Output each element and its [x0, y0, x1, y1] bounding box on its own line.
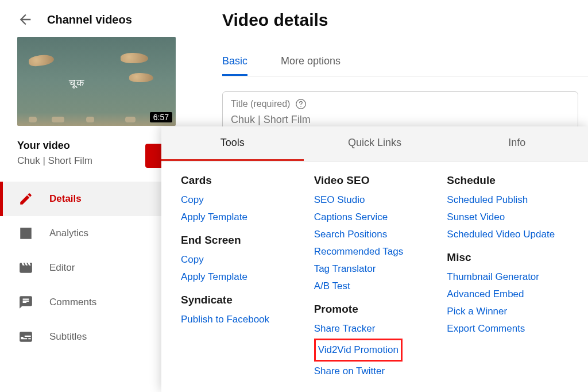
- page-title: Video details: [222, 0, 588, 30]
- sidebar-item-label: Analytics: [49, 228, 88, 239]
- tab-more-options[interactable]: More options: [281, 55, 341, 76]
- section-heading: Video SEO: [314, 174, 436, 187]
- tool-link[interactable]: Apply Template: [181, 209, 303, 226]
- editor-icon: [18, 260, 33, 275]
- sidebar-item-subtitles[interactable]: Subtitles: [0, 320, 184, 354]
- comment-icon: [18, 295, 33, 310]
- overlay-tab-tools[interactable]: Tools: [161, 126, 304, 161]
- sidebar-item-editor[interactable]: Editor: [0, 251, 184, 285]
- section-heading: Misc: [447, 251, 568, 264]
- channel-videos-title: Channel videos: [47, 13, 132, 26]
- svg-point-1: [301, 106, 301, 107]
- thumbnail-overlay-text: चूक: [69, 77, 85, 89]
- video-thumbnail[interactable]: चूक 6:57: [17, 37, 176, 126]
- tool-link[interactable]: Pick a Winner: [447, 303, 568, 320]
- tool-link[interactable]: Scheduled Video Update: [447, 226, 568, 243]
- sidebar-item-label: Details: [49, 193, 82, 205]
- video-duration: 6:57: [150, 112, 172, 122]
- sidebar-item-label: Editor: [49, 262, 75, 274]
- tool-link[interactable]: Vid2Vid Promotion: [318, 341, 399, 359]
- overlay-tab-quick-links[interactable]: Quick Links: [304, 126, 446, 161]
- pencil-icon: [18, 191, 33, 206]
- tool-link[interactable]: Export Comments: [447, 320, 568, 337]
- tab-basic[interactable]: Basic: [222, 55, 247, 76]
- overlay-tab-info[interactable]: Info: [446, 126, 588, 161]
- tools-overlay-panel: Tools Quick Links Info CardsCopyApply Te…: [161, 126, 588, 392]
- tool-link[interactable]: Scheduled Publish: [447, 191, 568, 209]
- sidebar-nav: Details Analytics Editor Comments Subtit…: [0, 182, 184, 354]
- tool-link[interactable]: Copy: [181, 191, 303, 209]
- tool-link[interactable]: Copy: [181, 251, 303, 268]
- sidebar-item-analytics[interactable]: Analytics: [0, 216, 184, 251]
- section-heading: End Screen: [181, 234, 303, 247]
- tool-link[interactable]: A/B Test: [314, 278, 436, 295]
- subtitles-icon: [18, 329, 33, 344]
- analytics-icon: [18, 226, 33, 241]
- help-icon[interactable]: [295, 98, 307, 110]
- tool-link[interactable]: SEO Studio: [314, 191, 436, 209]
- tool-link[interactable]: Recommended Tags: [314, 243, 436, 260]
- back-arrow-icon[interactable]: [17, 11, 33, 28]
- sidebar-item-label: Comments: [49, 297, 96, 308]
- sidebar-item-details[interactable]: Details: [0, 182, 184, 216]
- sidebar-item-label: Subtitles: [49, 331, 87, 343]
- tool-link[interactable]: Tag Translator: [314, 260, 436, 278]
- tool-link[interactable]: Search Positions: [314, 226, 436, 243]
- section-heading: Syndicate: [181, 294, 303, 306]
- tool-link[interactable]: Share Tracker: [314, 320, 436, 337]
- section-heading: Schedule: [447, 174, 568, 187]
- tool-link[interactable]: Captions Service: [314, 209, 436, 226]
- section-heading: Cards: [181, 174, 303, 187]
- detail-tabs: Basic More options: [222, 55, 588, 76]
- tool-link[interactable]: Apply Template: [181, 268, 303, 286]
- tool-link[interactable]: Publish to Facebook: [181, 311, 303, 328]
- extension-toggle-button[interactable]: [145, 144, 161, 168]
- sidebar-item-comments[interactable]: Comments: [0, 285, 184, 320]
- tool-link[interactable]: Advanced Embed: [447, 286, 568, 303]
- title-field-label: Title (required): [231, 99, 290, 109]
- tool-link[interactable]: Sunset Video: [447, 209, 568, 226]
- title-input[interactable]: [231, 114, 570, 126]
- tool-link[interactable]: Thumbnail Generator: [447, 268, 568, 286]
- section-heading: Promote: [314, 303, 436, 316]
- tool-link[interactable]: Share on Twitter: [314, 363, 436, 380]
- left-sidebar: Channel videos चूक 6:57 Your video Chuk …: [0, 0, 184, 354]
